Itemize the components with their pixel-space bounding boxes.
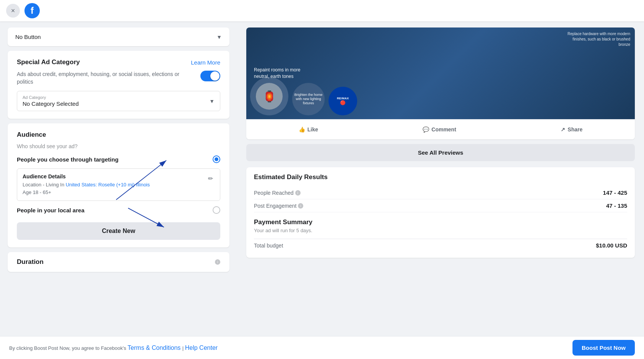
ad-preview-card: Replace hardware with more modern finish… [246,27,635,139]
comment-button[interactable]: 💬 Comment [418,124,461,135]
share-label: Share [568,126,582,133]
people-reached-info[interactable]: i [295,190,301,196]
like-label: Like [307,126,318,133]
remax-balloon: 🔴 [337,100,349,105]
special-ad-category-card: Special Ad Category Learn More Ads about… [8,51,229,119]
toggle-row: Ads about credit, employment, housing, o… [17,71,220,86]
bottom-bar-text-container: By clicking Boost Post Now, you agree to… [9,344,218,351]
facebook-logo: f [24,3,40,18]
ad-text-2: Brighten the home with new lighting fixt… [292,93,325,105]
post-engagement-info[interactable]: i [298,203,303,209]
learn-more-link[interactable]: Learn More [191,59,220,66]
remax-logo-content: RE/MAX 🔴 [337,97,349,105]
ad-circle-1: 🏮 [250,77,288,115]
ad-circles: 🏮 Brighten the home with new lighting fi… [250,77,357,115]
like-button[interactable]: 👍 Like [294,124,323,135]
ad-category-label: Ad Category [23,95,79,100]
duration-title: Duration [17,258,44,266]
location-link[interactable]: United States: Roselle (+10 mi) Illinois [66,182,150,188]
no-button-dropdown-arrow[interactable]: ▼ [216,34,222,40]
audience-details-box: Audience Details Location - Living In Un… [17,168,220,201]
remax-text: RE/MAX [337,97,349,100]
ad-category-dropdown-content: Ad Category No Category Selected [23,95,79,107]
targeting-label: People you choose through targeting [17,156,119,163]
terms-conditions-link[interactable]: Terms & Conditions [128,344,181,351]
duration-info-icon[interactable]: i [215,259,220,265]
estimated-results-title: Estimated Daily Results [254,173,627,181]
total-budget-label: Total budget [254,243,283,249]
bottom-bar: By clicking Boost Post Now, you agree to… [0,336,644,359]
create-new-button[interactable]: Create New [17,222,220,240]
targeting-option[interactable]: People you choose through targeting [17,155,220,163]
audience-location: Location - Living In United States: Rose… [23,181,150,189]
people-reached-label: People Reached i [254,190,301,196]
boost-post-now-button[interactable]: Boost Post Now [572,340,635,356]
people-reached-value: 147 - 425 [603,189,627,196]
edit-audience-button[interactable]: ✏ [207,173,215,184]
local-area-option[interactable]: People in your local area [17,206,220,214]
post-engagement-value: 47 - 135 [606,202,627,209]
ad-overlay-text: Replace hardware with more modern finish… [565,31,630,47]
ad-circle-2: Brighten the home with new lighting fixt… [292,83,325,115]
ad-center-text: Repaint rooms in more neutral, earth ton… [254,67,311,80]
audience-details-content: Audience Details Location - Living In Un… [23,173,150,196]
payment-section: Payment Summary Your ad will run for 5 d… [254,218,627,252]
ad-category-arrow: ▼ [209,98,215,104]
post-engagement-label: Post Engagement i [254,203,303,209]
audience-subtitle: Who should see your ad? [17,143,220,149]
like-icon: 👍 [299,126,305,133]
bottom-bar-text: By clicking Boost Post Now, you agree to… [9,345,128,351]
total-budget-row: Total budget $10.00 USD [254,239,627,252]
audience-age: Age 18 - 65+ [23,189,150,196]
help-center-link[interactable]: Help Center [185,344,218,351]
targeting-radio[interactable] [213,155,220,163]
special-ad-category-title: Special Ad Category [17,58,80,66]
left-panel: No Button ▼ Special Ad Category Learn Mo… [0,21,237,359]
no-button-card: No Button ▼ [8,27,229,46]
bottom-bar-separator: | [182,345,185,351]
ad-circle-2-content: Brighten the home with new lighting fixt… [292,93,325,105]
total-budget-value: $10.00 USD [596,242,627,249]
local-area-label: People in your local area [17,207,85,213]
results-section: Estimated Daily Results People Reached i… [246,167,635,258]
see-all-previews-button[interactable]: See All Previews [246,144,635,161]
location-prefix: Location - Living In [23,182,66,188]
post-engagement-row: Post Engagement i 47 - 135 [254,199,627,212]
right-panel: Replace hardware with more modern finish… [237,21,644,359]
toggle-label: Ads about credit, employment, housing, o… [17,71,194,86]
ad-category-value: No Category Selected [23,100,79,107]
special-ad-toggle[interactable] [200,71,220,81]
ad-category-dropdown[interactable]: Ad Category No Category Selected ▼ [17,91,220,111]
payment-subtitle: Your ad will run for 5 days. [254,228,627,233]
special-ad-category-header: Special Ad Category Learn More [17,58,220,66]
audience-header: Audience [17,131,220,139]
preview-actions: 👍 Like 💬 Comment ↗ Share [246,119,635,139]
local-area-radio[interactable] [213,206,220,214]
share-icon: ↗ [561,126,565,133]
ad-preview-image: Replace hardware with more modern finish… [246,27,635,119]
post-engagement-text: Post Engagement [254,203,296,209]
duration-card: Duration i [8,252,229,272]
comment-label: Comment [431,126,456,133]
audience-details-title: Audience Details [23,173,150,180]
ad-circle-1-inner: 🏮 [256,83,283,110]
share-button[interactable]: ↗ Share [556,124,587,135]
top-bar: × f [0,0,644,21]
audience-card: Audience Who should see your ad? People … [8,123,229,247]
main-container: No Button ▼ Special Ad Category Learn Mo… [0,0,644,359]
audience-title: Audience [17,131,46,139]
payment-title: Payment Summary [254,218,627,226]
people-reached-row: People Reached i 147 - 425 [254,186,627,199]
comment-icon: 💬 [423,126,429,133]
remax-logo: RE/MAX 🔴 [329,87,357,115]
close-button[interactable]: × [6,4,20,18]
people-reached-text: People Reached [254,190,294,196]
no-button-label: No Button [15,34,41,40]
